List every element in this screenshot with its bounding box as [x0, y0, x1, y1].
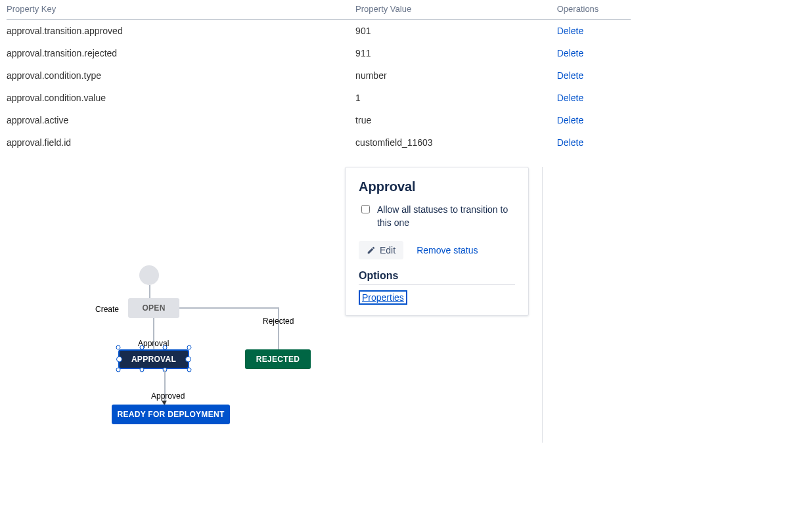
status-panel: Approval Allow all statuses to transitio…	[345, 167, 529, 316]
allow-all-checkbox-row[interactable]: Allow all statuses to transition to this…	[359, 204, 515, 229]
delete-link[interactable]: Delete	[557, 48, 583, 58]
delete-link[interactable]: Delete	[557, 70, 583, 81]
status-open[interactable]: OPEN	[128, 298, 179, 318]
property-value-cell: 911	[355, 42, 557, 64]
table-row: approval.transition.rejected 911 Delete	[7, 42, 631, 64]
property-value-cell: customfield_11603	[355, 131, 557, 154]
remove-status-link[interactable]: Remove status	[417, 245, 478, 255]
workflow-start-circle[interactable]	[139, 265, 159, 285]
properties-link[interactable]: Properties	[359, 290, 407, 305]
property-key-cell: approval.condition.value	[7, 87, 355, 109]
properties-table: Property Key Property Value Operations a…	[7, 0, 631, 154]
property-value-cell: 1	[355, 87, 557, 109]
property-key-cell: approval.active	[7, 109, 355, 131]
delete-link[interactable]: Delete	[557, 137, 583, 148]
edit-button[interactable]: Edit	[359, 241, 403, 259]
arrow	[278, 307, 279, 349]
status-ready-for-deployment[interactable]: READY FOR DEPLOYMENT	[112, 405, 230, 424]
status-rejected[interactable]: REJECTED	[245, 349, 311, 369]
table-row: approval.transition.approved 901 Delete	[7, 20, 631, 43]
th-operations: Operations	[557, 0, 631, 20]
property-key-cell: approval.transition.rejected	[7, 42, 355, 64]
property-key-cell: approval.condition.type	[7, 64, 355, 87]
delete-link[interactable]: Delete	[557, 115, 583, 125]
property-key-cell: approval.transition.approved	[7, 20, 355, 43]
arrow	[179, 307, 278, 309]
property-value-cell: number	[355, 64, 557, 87]
table-row: approval.condition.value 1 Delete	[7, 87, 631, 109]
pencil-icon	[367, 246, 376, 255]
status-approval-selected[interactable]: APPROVAL	[118, 349, 189, 369]
edit-button-label: Edit	[380, 245, 395, 255]
transition-label-create[interactable]: Create	[95, 305, 119, 314]
property-value-cell: true	[355, 109, 557, 131]
table-row: approval.field.id customfield_11603 Dele…	[7, 131, 631, 154]
th-property-value: Property Value	[355, 0, 557, 20]
property-key-cell: approval.field.id	[7, 131, 355, 154]
workflow-diagram[interactable]: Create OPEN Rejected Approval APPROVAL R…	[0, 167, 342, 443]
options-heading: Options	[359, 270, 515, 285]
arrow	[149, 285, 150, 298]
table-row: approval.active true Delete	[7, 109, 631, 131]
th-property-key: Property Key	[7, 0, 355, 20]
delete-link[interactable]: Delete	[557, 93, 583, 103]
vertical-divider	[542, 167, 543, 443]
allow-all-label: Allow all statuses to transition to this…	[377, 204, 515, 229]
table-row: approval.condition.type number Delete	[7, 64, 631, 87]
transition-label-approved[interactable]: Approved	[151, 391, 185, 401]
property-value-cell: 901	[355, 20, 557, 43]
panel-title: Approval	[359, 179, 515, 194]
transition-label-rejected[interactable]: Rejected	[263, 317, 294, 326]
delete-link[interactable]: Delete	[557, 26, 583, 36]
allow-all-checkbox[interactable]	[361, 205, 370, 213]
